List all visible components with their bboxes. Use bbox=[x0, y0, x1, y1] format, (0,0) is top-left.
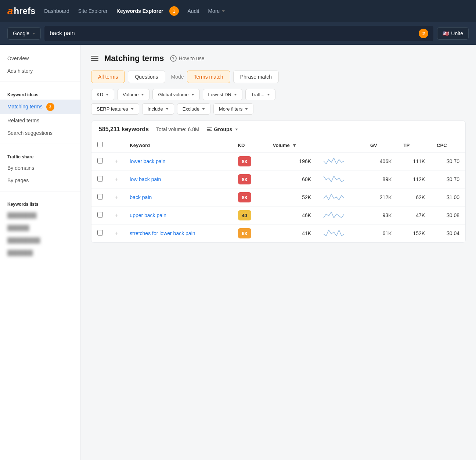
trend-sparkline bbox=[323, 157, 345, 165]
groups-btn[interactable]: Groups bbox=[207, 126, 238, 132]
row-checkbox-cell bbox=[91, 152, 109, 170]
th-kd: KD bbox=[232, 138, 267, 152]
row-checkbox-1[interactable] bbox=[97, 176, 103, 182]
nav-keywords-explorer[interactable]: Keywords Explorer bbox=[116, 8, 163, 14]
filter-lowest-dr[interactable]: Lowest DR bbox=[203, 89, 243, 100]
row-volume-cell: 60K bbox=[267, 170, 317, 188]
hamburger-icon[interactable] bbox=[91, 56, 98, 61]
sidebar-item-matching-terms[interactable]: Matching terms 3 bbox=[0, 100, 80, 114]
sidebar-item-by-pages[interactable]: By pages bbox=[0, 174, 80, 187]
select-all-checkbox[interactable] bbox=[97, 142, 103, 147]
nav-more-label: More bbox=[208, 8, 220, 14]
trend-sparkline bbox=[323, 193, 345, 201]
sidebar-item-ads-history[interactable]: Ads history bbox=[0, 65, 80, 77]
sidebar-item-by-domains[interactable]: By domains bbox=[0, 162, 80, 174]
th-trend bbox=[317, 138, 364, 152]
add-keyword-btn-3[interactable]: + bbox=[115, 212, 118, 218]
row-kd-cell: 63 bbox=[232, 224, 267, 242]
tab-all-terms[interactable]: All terms bbox=[91, 71, 125, 83]
keyword-link-3[interactable]: upper back pain bbox=[130, 212, 166, 218]
engine-selector[interactable]: Google bbox=[7, 27, 41, 40]
how-to-use-label: How to use bbox=[179, 55, 205, 61]
help-circle-icon: ? bbox=[170, 55, 177, 62]
nav-more[interactable]: More bbox=[208, 8, 225, 14]
filter-serp-features[interactable]: SERP features bbox=[91, 103, 139, 115]
filter-kd[interactable]: KD bbox=[91, 89, 114, 100]
row-gv-cell: 212K bbox=[364, 188, 398, 206]
table-section: 585,211 keywords Total volume: 6.8M Grou… bbox=[91, 121, 466, 243]
how-to-use-btn[interactable]: ? How to use bbox=[170, 55, 205, 62]
row-cpc-cell: $0.04 bbox=[431, 224, 465, 242]
row-tp-cell: 47K bbox=[398, 206, 431, 224]
row-tp-cell: 112K bbox=[398, 170, 431, 188]
row-kd-cell: 40 bbox=[232, 206, 267, 224]
tab-terms-match[interactable]: Terms match bbox=[187, 71, 230, 83]
table-meta: 585,211 keywords Total volume: 6.8M Grou… bbox=[91, 121, 465, 138]
filter-global-volume[interactable]: Global volume bbox=[152, 89, 199, 100]
filter-traffic[interactable]: Traff... bbox=[245, 89, 275, 100]
keywords-tbody: + lower back pain 83 196K 406K 111K $0.7… bbox=[91, 152, 465, 242]
row-tp-cell: 62K bbox=[398, 188, 431, 206]
row-volume-cell: 46K bbox=[267, 206, 317, 224]
kd-badge-1: 83 bbox=[238, 174, 251, 184]
logo-text: hrefs bbox=[14, 6, 36, 16]
tab-questions[interactable]: Questions bbox=[128, 71, 165, 83]
volume-chevron-icon bbox=[141, 94, 144, 96]
sidebar-item-overview[interactable]: Overview bbox=[0, 52, 80, 65]
table-row: + upper back pain 40 46K 93K 47K $0.08 bbox=[91, 206, 465, 224]
sidebar-item-search-suggestions[interactable]: Search suggestions bbox=[0, 127, 80, 139]
nav-site-explorer[interactable]: Site Explorer bbox=[78, 8, 108, 14]
sidebar-item-related-terms[interactable]: Related terms bbox=[0, 114, 80, 127]
row-volume-cell: 196K bbox=[267, 152, 317, 170]
sidebar-section-keywords-lists: Keywords lists bbox=[0, 196, 80, 209]
row-trend-cell bbox=[317, 206, 364, 224]
exclude-chevron-icon bbox=[202, 108, 205, 110]
row-tp-cell: 111K bbox=[398, 152, 431, 170]
trend-sparkline bbox=[323, 175, 345, 183]
keyword-link-1[interactable]: low back pain bbox=[130, 176, 161, 182]
row-checkbox-4[interactable] bbox=[97, 230, 103, 236]
keyword-link-0[interactable]: lower back pain bbox=[130, 158, 165, 164]
row-tp-cell: 152K bbox=[398, 224, 431, 242]
keyword-link-4[interactable]: stretches for lower back pain bbox=[130, 230, 195, 236]
th-volume[interactable]: Volume ▼ bbox=[267, 138, 317, 152]
row-checkbox-0[interactable] bbox=[97, 158, 103, 163]
filter-include[interactable]: Include bbox=[142, 103, 174, 115]
region-selector[interactable]: 🇺🇸 Unite bbox=[437, 27, 469, 40]
keyword-link-2[interactable]: back pain bbox=[130, 194, 152, 200]
filter-more-filters[interactable]: More filters bbox=[213, 103, 253, 115]
row-cpc-cell: $1.00 bbox=[431, 188, 465, 206]
table-row: + stretches for lower back pain 63 41K 6… bbox=[91, 224, 465, 242]
sidebar-divider-3 bbox=[0, 191, 80, 191]
total-volume: Total volume: 6.8M bbox=[156, 126, 199, 132]
tab-phrase-match[interactable]: Phrase match bbox=[233, 71, 279, 83]
groups-icon bbox=[207, 127, 212, 131]
nav-dashboard[interactable]: Dashboard bbox=[44, 8, 69, 14]
search-input-wrap: 2 bbox=[44, 26, 433, 41]
add-keyword-btn-2[interactable]: + bbox=[115, 194, 118, 200]
row-checkbox-cell bbox=[91, 206, 109, 224]
mode-label: Mode bbox=[171, 74, 184, 80]
row-volume-cell: 52K bbox=[267, 188, 317, 206]
add-keyword-btn-0[interactable]: + bbox=[115, 158, 118, 164]
search-input[interactable] bbox=[50, 30, 415, 37]
row-checkbox-2[interactable] bbox=[97, 194, 103, 200]
top-nav: a hrefs Dashboard Site Explorer Keywords… bbox=[0, 0, 476, 22]
add-keyword-btn-1[interactable]: + bbox=[115, 176, 118, 182]
trend-sparkline bbox=[323, 229, 345, 237]
main-content: Matching terms ? How to use All terms Qu… bbox=[81, 45, 476, 460]
row-checkbox-3[interactable] bbox=[97, 212, 103, 218]
logo-icon: a bbox=[7, 5, 13, 17]
nav-audit[interactable]: Audit bbox=[188, 8, 199, 14]
main-layout: Overview Ads history Keyword ideas Match… bbox=[0, 45, 476, 460]
trend-sparkline bbox=[323, 211, 345, 219]
th-cpc: CPC bbox=[431, 138, 465, 152]
row-volume-cell: 41K bbox=[267, 224, 317, 242]
add-keyword-btn-4[interactable]: + bbox=[115, 230, 118, 236]
filter-volume[interactable]: Volume bbox=[117, 89, 149, 100]
include-chevron-icon bbox=[166, 108, 169, 110]
row-gv-cell: 89K bbox=[364, 170, 398, 188]
filter-exclude[interactable]: Exclude bbox=[177, 103, 210, 115]
keyword-count: 585,211 keywords bbox=[99, 126, 149, 133]
engine-chevron-icon bbox=[32, 33, 35, 35]
